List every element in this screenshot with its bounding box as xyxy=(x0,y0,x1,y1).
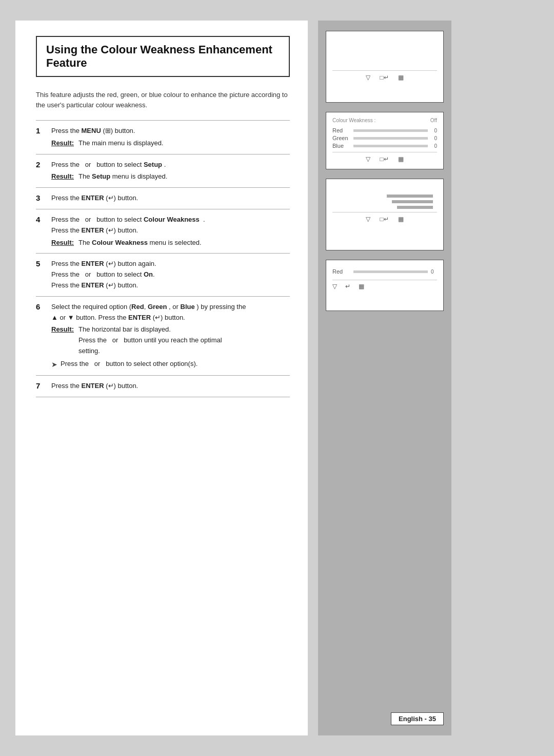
step-6-content: Select the required option (Red, Green ,… xyxy=(51,302,290,370)
step-6-note-text: Press the or button to select other opti… xyxy=(61,359,197,370)
screen-2-blue-row: Blue 0 xyxy=(332,143,437,149)
screen-2-green-label: Green xyxy=(332,135,350,141)
screen-3-icons: ▽ □↵ ▦ xyxy=(332,212,437,225)
step-6-number: 6 xyxy=(36,302,45,311)
screen-2: Colour Weakness : Off Red 0 Green 0 Blue xyxy=(326,112,444,169)
screen-4-icons: ▽ ↵ ▦ xyxy=(332,280,437,290)
step-4-result-label: Result: xyxy=(51,238,74,248)
step-2: 2 Press the or button to select Setup . … xyxy=(36,154,290,188)
step-2-result-label: Result: xyxy=(51,171,74,182)
step-3-number: 3 xyxy=(36,193,45,202)
screen-3-content xyxy=(332,184,437,209)
screen-4-bar xyxy=(353,270,428,273)
screen-1: ▽ □↵ ▦ xyxy=(326,31,444,103)
screen-3-bars xyxy=(332,195,437,209)
step-1-content: Press the MENU (⊞) button. Result: The m… xyxy=(51,126,290,149)
screen-2-red-row: Red 0 xyxy=(332,127,437,133)
step-1-result-text: The main menu is displayed. xyxy=(78,138,163,149)
screen-2-blue-bar xyxy=(353,145,428,147)
left-content: Using the Colour Weakness Enhancement Fe… xyxy=(15,21,308,735)
screen-2-blue-label: Blue xyxy=(332,143,350,149)
step-6-result-sub: Press the or button until you reach the … xyxy=(78,336,222,355)
screen-2-value: Off xyxy=(430,118,437,123)
step-4-result-text: The Colour Weakness menu is selected. xyxy=(78,238,202,248)
screen-4-label: Red xyxy=(332,268,350,275)
screen-3-icon-enter: □↵ xyxy=(380,216,388,223)
step-1-result-label: Result: xyxy=(51,138,74,149)
title-box: Using the Colour Weakness Enhancement Fe… xyxy=(36,36,290,77)
step-1: 1 Press the MENU (⊞) button. Result: The… xyxy=(36,121,290,154)
screen-2-red-bar xyxy=(353,129,428,132)
screen-4-icon-menu: ▦ xyxy=(359,283,364,290)
screen-2-icon-down: ▽ xyxy=(366,156,370,163)
step-4: 4 Press the or button to select Colour W… xyxy=(36,209,290,254)
screen-2-red-value: 0 xyxy=(431,128,437,133)
step-2-result-text: The Setup menu is displayed. xyxy=(78,171,167,182)
footer-wrapper: English - 35 xyxy=(326,712,444,725)
screen-2-icon-menu: ▦ xyxy=(398,156,404,163)
screen-3-icon-menu: ▦ xyxy=(398,216,404,223)
step-3: 3 Press the ENTER (↵) button. xyxy=(36,188,290,209)
screen-1-icon-menu: ▦ xyxy=(398,74,404,81)
step-6: 6 Select the required option (Red, Green… xyxy=(36,297,290,376)
intro-paragraph: This feature adjusts the red, green, or … xyxy=(36,90,290,110)
screen-2-green-row: Green 0 xyxy=(332,135,437,141)
screen-4-content: Red 0 xyxy=(332,265,437,275)
step-6-result-label: Result: xyxy=(51,324,74,356)
screen-3: ▽ □↵ ▦ xyxy=(326,179,444,250)
right-column: ▽ □↵ ▦ Colour Weakness : Off Red 0 Green xyxy=(318,21,451,735)
screen-2-green-value: 0 xyxy=(431,135,437,141)
step-3-content: Press the ENTER (↵) button. xyxy=(51,193,290,204)
screen-2-header: Colour Weakness : Off xyxy=(332,118,437,123)
step-4-content: Press the or button to select Colour Wea… xyxy=(51,215,290,248)
screen-4-value: 0 xyxy=(431,269,437,275)
step-6-note: ➤ Press the or button to select other op… xyxy=(51,359,290,370)
step-2-number: 2 xyxy=(36,160,45,169)
step-5-number: 5 xyxy=(36,259,45,268)
page-number: English - 35 xyxy=(391,712,444,725)
step-7-number: 7 xyxy=(36,381,45,390)
screen-2-red-label: Red xyxy=(332,127,350,133)
screen-3-icon-down: ▽ xyxy=(366,216,370,223)
right-spacer xyxy=(326,320,444,703)
steps-container: 1 Press the MENU (⊞) button. Result: The… xyxy=(36,120,290,397)
screen-3-bar-1 xyxy=(387,195,433,198)
screen-3-bar-3 xyxy=(397,206,433,209)
screen-2-green-bar xyxy=(353,137,428,140)
step-1-number: 1 xyxy=(36,126,45,135)
screen-2-label: Colour Weakness : xyxy=(332,118,375,123)
step-6-result-text: The horizontal bar is displayed. xyxy=(78,325,171,333)
screen-4-icon-down: ▽ xyxy=(332,283,337,290)
step-2-content: Press the or button to select Setup . Re… xyxy=(51,160,290,183)
step-7: 7 Press the ENTER (↵) button. xyxy=(36,376,290,397)
screen-3-bar-2 xyxy=(392,200,433,203)
screen-1-icons: ▽ □↵ ▦ xyxy=(332,70,437,83)
screen-4-row: Red 0 xyxy=(332,268,437,275)
page-title: Using the Colour Weakness Enhancement Fe… xyxy=(46,43,272,69)
step-5: 5 Press the ENTER (↵) button again. Pres… xyxy=(36,254,290,296)
screen-1-icon-down: ▽ xyxy=(366,74,370,81)
step-7-content: Press the ENTER (↵) button. xyxy=(51,381,290,392)
step-4-number: 4 xyxy=(36,215,45,224)
screen-2-blue-value: 0 xyxy=(431,143,437,149)
screen-2-icon-enter: □↵ xyxy=(380,156,388,163)
screen-4-icon-enter: ↵ xyxy=(345,283,350,290)
step-5-content: Press the ENTER (↵) button again. Press … xyxy=(51,259,290,290)
screen-4: Red 0 ▽ ↵ ▦ xyxy=(326,260,444,311)
screen-1-icon-enter: □↵ xyxy=(380,74,388,81)
screen-2-icons: ▽ □↵ ▦ xyxy=(332,152,437,165)
